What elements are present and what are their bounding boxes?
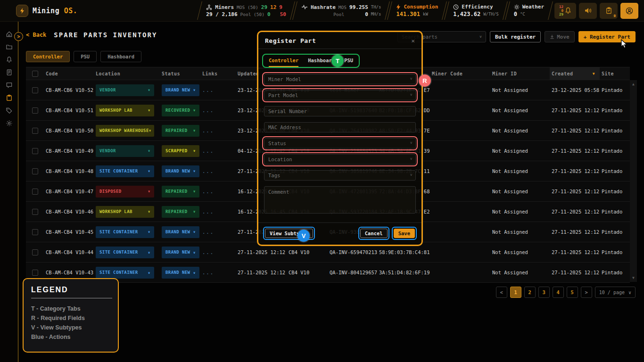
- status-select[interactable]: BRAND NEW∨: [162, 84, 199, 96]
- links-menu[interactable]: ...: [200, 148, 236, 154]
- links-menu[interactable]: ...: [200, 87, 236, 93]
- per-page-select[interactable]: 10 / page∨: [595, 287, 636, 298]
- row-checkbox[interactable]: [32, 107, 38, 114]
- sidebar-item-tags[interactable]: [5, 107, 13, 114]
- status-select[interactable]: BRAND NEW∨: [162, 267, 199, 279]
- page-5[interactable]: 5: [567, 287, 578, 298]
- row-checkbox[interactable]: [32, 128, 38, 134]
- location-select[interactable]: WORKSHOP LAB∨: [96, 105, 154, 116]
- status-select[interactable]: BRAND NEW∨: [162, 165, 199, 177]
- field-wrap: [262, 120, 418, 134]
- scroll-up-icon[interactable]: ▲: [632, 82, 635, 86]
- links-menu[interactable]: ...: [200, 229, 236, 235]
- column-header-code: Code: [44, 67, 94, 80]
- location-select[interactable]: SITE CONTAINER∨: [96, 247, 154, 258]
- chevron-down-icon: ∨: [410, 77, 413, 81]
- links-menu[interactable]: ...: [200, 249, 236, 255]
- part-model-field[interactable]: [264, 90, 416, 100]
- column-header-links: Links: [200, 67, 236, 80]
- page-2[interactable]: 2: [524, 287, 536, 298]
- tab-psu[interactable]: PSU: [74, 51, 97, 62]
- status-select[interactable]: REPAIRED∨: [162, 125, 199, 137]
- tab-controller[interactable]: Controller: [26, 51, 70, 62]
- location-select[interactable]: DISPOSED∨: [96, 186, 154, 197]
- location-select[interactable]: SITE CONTAINER∨: [96, 226, 154, 238]
- serial-number-field[interactable]: [264, 106, 416, 116]
- location-select[interactable]: WORKSHOP WAREHOUSE∨: [96, 125, 154, 137]
- bulk-register-button[interactable]: Bulk register: [490, 31, 541, 42]
- status-field[interactable]: [264, 138, 416, 148]
- links-menu[interactable]: ...: [200, 209, 236, 214]
- row-checkbox[interactable]: [32, 249, 38, 255]
- status-select[interactable]: BRAND NEW∨: [162, 226, 199, 238]
- mac-address-field[interactable]: [264, 122, 416, 132]
- status-select[interactable]: REPAIRED∨: [162, 206, 199, 218]
- save-button[interactable]: Save: [394, 229, 415, 238]
- modal-tab-psu[interactable]: PSU: [344, 58, 353, 65]
- tab-hashboard[interactable]: Hashboard: [100, 51, 141, 62]
- page-1[interactable]: 1: [510, 287, 521, 298]
- back-link[interactable]: < Back: [26, 32, 46, 38]
- links-menu[interactable]: ...: [200, 270, 236, 275]
- links-menu[interactable]: ...: [200, 168, 236, 174]
- column-header-created[interactable]: Created▼: [550, 67, 600, 80]
- comment-field[interactable]: [264, 186, 416, 214]
- logo-bolt-icon: [16, 5, 28, 17]
- row-checkbox[interactable]: [32, 270, 38, 276]
- page-4[interactable]: 4: [553, 287, 564, 298]
- row-checkbox[interactable]: [32, 189, 38, 195]
- cancel-button[interactable]: Cancel: [360, 229, 388, 238]
- sound-button[interactable]: 0: [579, 3, 597, 19]
- location-select[interactable]: SITE CONTAINER∨: [96, 165, 154, 177]
- move-button[interactable]: Move: [545, 31, 575, 42]
- location-field[interactable]: [264, 154, 416, 165]
- location-cell: SITE CONTAINER∨: [94, 226, 160, 238]
- sidebar-item-reports[interactable]: [5, 68, 13, 76]
- tags-field[interactable]: [264, 170, 416, 181]
- close-icon[interactable]: ×: [411, 37, 415, 44]
- app-logo: Mining OS.: [0, 5, 77, 17]
- status-select[interactable]: REPAIRED∨: [162, 186, 199, 197]
- row-select-cell: [26, 107, 44, 114]
- tasks-button[interactable]: 0: [600, 3, 618, 19]
- created-date: 27-11-2025 12:12: [550, 209, 600, 214]
- notifications-button[interactable]: 12 0 29: [554, 3, 576, 19]
- page-3[interactable]: 3: [538, 287, 550, 298]
- status-cell: REPAIRED∨: [160, 125, 200, 137]
- status-select[interactable]: SCRAPPED∨: [162, 145, 199, 157]
- prev-page-button[interactable]: <: [496, 287, 507, 298]
- row-checkbox[interactable]: [32, 168, 38, 174]
- sidebar-item-folders[interactable]: [5, 43, 13, 50]
- location-select[interactable]: VENDOR∨: [96, 145, 154, 157]
- row-checkbox[interactable]: [32, 87, 38, 93]
- location-select[interactable]: WORKSHOP LAB∨: [96, 206, 154, 218]
- row-checkbox[interactable]: [32, 229, 38, 235]
- links-menu[interactable]: ...: [200, 189, 236, 194]
- scroll-down-icon[interactable]: ▼: [632, 276, 635, 280]
- select-all-checkbox[interactable]: [32, 71, 38, 77]
- sidebar-item-messages[interactable]: [5, 81, 13, 89]
- sidebar-item-settings[interactable]: [5, 119, 13, 127]
- modal-tab-hashboard[interactable]: Hashboard: [308, 58, 335, 65]
- sidebar-expand-button[interactable]: >: [14, 32, 23, 41]
- sidebar-item-inventory[interactable]: [5, 94, 13, 101]
- links-menu[interactable]: ...: [200, 107, 236, 113]
- site-name: Pintado: [600, 229, 630, 235]
- row-checkbox[interactable]: [32, 148, 38, 154]
- table-scrollbar[interactable]: ▲ ▼: [630, 80, 637, 282]
- register-part-button[interactable]: + Register Part: [578, 31, 636, 42]
- sidebar-item-alerts[interactable]: [5, 56, 13, 63]
- location-select[interactable]: VENDOR∨: [96, 84, 154, 96]
- move-icon: [550, 34, 554, 39]
- row-checkbox[interactable]: [32, 209, 38, 215]
- links-menu[interactable]: ...: [200, 128, 236, 133]
- location-select[interactable]: SITE CONTAINER∨: [96, 267, 154, 279]
- modal-tab-controller[interactable]: Controller: [269, 58, 298, 65]
- status-select[interactable]: BRAND NEW∨: [162, 247, 199, 258]
- sidebar-item-home[interactable]: [5, 30, 13, 38]
- account-button[interactable]: [620, 3, 638, 19]
- status-select[interactable]: RECOVERED∨: [162, 105, 199, 116]
- miner-model-field[interactable]: [264, 74, 416, 84]
- next-page-button[interactable]: >: [581, 287, 592, 298]
- status-cell: BRAND NEW∨: [160, 165, 200, 177]
